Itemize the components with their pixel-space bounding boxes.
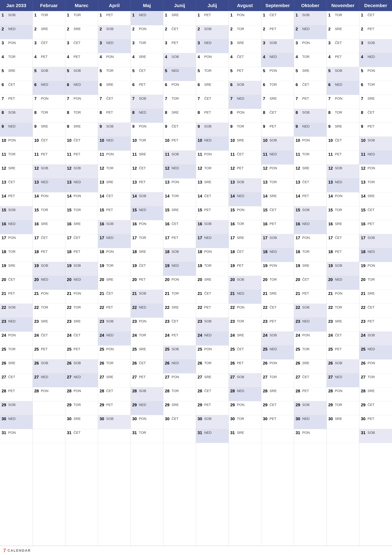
- day-cell: 3ČET: [327, 39, 359, 53]
- day-cell: 24PET: [163, 332, 196, 345]
- day-name: SRE: [41, 27, 48, 31]
- header-month: Marec: [65, 0, 98, 11]
- day-cell: 23SOB: [196, 318, 228, 332]
- day-name: SRE: [73, 416, 81, 421]
- day-name: PET: [204, 208, 211, 212]
- day-number: 21: [198, 291, 203, 296]
- day-cell: 16SOB: [196, 220, 228, 234]
- day-number: 30: [230, 416, 236, 421]
- day-name: TOR: [270, 375, 277, 379]
- day-number: 21: [263, 291, 269, 296]
- day-name: PON: [139, 319, 147, 323]
- day-cell: 6SOB: [229, 81, 261, 95]
- day-cell: 12SOB: [65, 165, 98, 178]
- day-name: SRE: [73, 27, 81, 31]
- day-number: 15: [296, 208, 301, 212]
- day-name: SRE: [139, 347, 146, 351]
- day-name: NED: [335, 375, 342, 379]
- day-cell: 7SRE: [359, 95, 392, 109]
- day-number: 18: [263, 249, 269, 254]
- day-name: NED: [41, 277, 48, 282]
- day-name: PET: [106, 13, 113, 17]
- day-name: PON: [204, 152, 212, 156]
- day-number: 19: [132, 263, 138, 268]
- day-name: SRE: [73, 221, 81, 226]
- day-cell: 15TOR: [327, 206, 359, 220]
- day-name: NED: [204, 333, 212, 337]
- day-cell: 21NED: [229, 290, 261, 304]
- header-month: Maj: [131, 0, 164, 11]
- day-name: PET: [237, 166, 244, 170]
- day-name: SRE: [302, 166, 309, 170]
- day-cell: 2TOR: [229, 25, 261, 39]
- day-name: PET: [302, 194, 309, 198]
- day-name: PON: [8, 333, 16, 337]
- day-number: 24: [100, 333, 105, 338]
- day-cell: 9NED: [294, 123, 327, 137]
- day-number: 8: [296, 110, 301, 115]
- day-cell: 10ČET: [327, 137, 359, 151]
- day-cell: 18TOR: [294, 248, 327, 262]
- day-cell: 24SRE: [229, 332, 261, 345]
- day-cell: 11PET: [327, 151, 359, 165]
- day-number: 11: [328, 152, 334, 157]
- day-cell: 26PON: [359, 359, 392, 373]
- day-number: 10: [263, 138, 269, 143]
- day-cell: 16ČET: [163, 220, 196, 234]
- day-cell: 13SRE: [196, 178, 228, 192]
- day-cell: 8NED: [131, 109, 163, 123]
- header-row: Jan 2033FebruarMarecAprilMajJunijJulijAv…: [0, 0, 392, 11]
- day-number: 13: [100, 180, 105, 185]
- day-cell: 19NED: [163, 262, 196, 276]
- day-cell: 5PET: [229, 67, 261, 81]
- day-name: PET: [41, 152, 48, 156]
- day-cell: 22PET: [196, 304, 228, 318]
- day-cell: 30PET: [359, 415, 392, 429]
- day-number: 23: [296, 319, 301, 324]
- day-name: ČET: [368, 402, 374, 407]
- day-number: 25: [2, 347, 7, 352]
- day-cell: 30SRE: [65, 415, 98, 429]
- day-name: SOB: [73, 361, 81, 365]
- day-cell: 20SOB: [229, 276, 261, 290]
- day-number: 8: [2, 110, 7, 115]
- day-cell: 20ČET: [0, 276, 33, 290]
- day-name: NED: [139, 402, 146, 407]
- day-cell: 31SRE: [229, 429, 261, 443]
- day-number: 22: [328, 305, 334, 310]
- day-name: SOB: [237, 82, 244, 87]
- day-number: 31: [132, 430, 138, 435]
- day-number: 1: [361, 13, 367, 18]
- day-cell: 5TOR: [98, 67, 131, 81]
- month-col-nov: 1TOR2SRE3ČET4PET5SOB6NED7PON8TOR9SRE10ČE…: [327, 11, 359, 546]
- day-number: 26: [230, 361, 236, 366]
- day-cell: 6NED: [327, 81, 359, 95]
- day-number: 5: [296, 68, 301, 73]
- day-cell: 16SRE: [327, 220, 359, 234]
- day-name: ČET: [139, 361, 146, 365]
- day-cell: 27PET: [131, 373, 163, 387]
- day-cell: 12SOB: [33, 165, 65, 178]
- day-cell: 18ČET: [229, 248, 261, 262]
- day-cell: 18PET: [327, 248, 359, 262]
- day-name: SRE: [368, 388, 375, 393]
- day-cell: 31ČET: [65, 429, 98, 443]
- day-cell: 30NED: [0, 415, 33, 429]
- day-name: SOB: [8, 13, 15, 17]
- day-cell: 16SOB: [98, 220, 131, 234]
- day-number: 25: [34, 347, 40, 352]
- day-number: 13: [328, 180, 334, 185]
- day-cell: 9ČET: [163, 123, 196, 137]
- day-number: 17: [198, 235, 203, 240]
- header-month: September: [261, 0, 294, 11]
- day-name: PON: [139, 221, 147, 226]
- day-name: ČET: [270, 208, 277, 212]
- day-number: 25: [67, 347, 72, 352]
- day-number: 15: [132, 208, 138, 212]
- day-cell: 10PET: [163, 137, 196, 151]
- day-name: SRE: [237, 138, 244, 142]
- day-cell: 29NED: [131, 401, 163, 415]
- day-number: 10: [100, 138, 105, 143]
- day-number: 21: [67, 291, 72, 296]
- day-name: PET: [8, 388, 15, 393]
